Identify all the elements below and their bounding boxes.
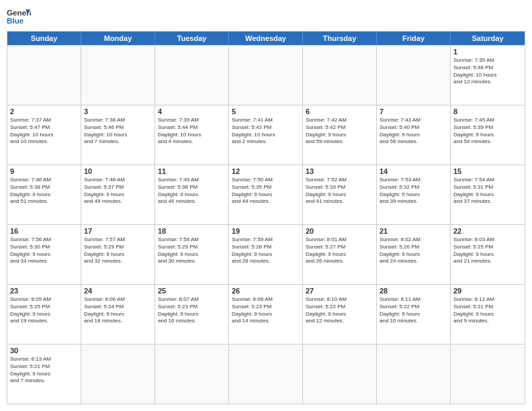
- calendar-cell: [303, 345, 377, 404]
- calendar-cell: 11Sunrise: 7:49 AM Sunset: 5:36 PM Dayli…: [155, 165, 229, 224]
- day-number: 22: [453, 227, 522, 235]
- cell-info: Sunrise: 7:58 AM Sunset: 5:29 PM Dayligh…: [158, 236, 226, 265]
- calendar-week-6: 30Sunrise: 8:13 AM Sunset: 5:21 PM Dayli…: [7, 344, 525, 404]
- day-number: 25: [158, 287, 226, 295]
- calendar-cell: [451, 345, 525, 404]
- calendar-cell: 29Sunrise: 8:12 AM Sunset: 5:21 PM Dayli…: [451, 285, 525, 344]
- calendar-cell: [303, 46, 377, 105]
- svg-text:Blue: Blue: [7, 16, 24, 25]
- cell-info: Sunrise: 7:53 AM Sunset: 5:32 PM Dayligh…: [380, 177, 447, 205]
- day-number: 2: [10, 107, 78, 116]
- calendar-cell: [229, 345, 303, 404]
- cell-info: Sunrise: 7:41 AM Sunset: 5:43 PM Dayligh…: [232, 117, 300, 146]
- calendar-cell: 4Sunrise: 7:39 AM Sunset: 5:44 PM Daylig…: [155, 105, 229, 165]
- calendar-cell: 19Sunrise: 7:59 AM Sunset: 5:28 PM Dayli…: [229, 225, 303, 284]
- cell-info: Sunrise: 7:50 AM Sunset: 5:35 PM Dayligh…: [232, 177, 300, 205]
- day-number: 11: [158, 167, 226, 175]
- calendar-header: SundayMondayTuesdayWednesdayThursdayFrid…: [7, 32, 525, 45]
- day-header-saturday: Saturday: [451, 32, 525, 45]
- cell-info: Sunrise: 8:13 AM Sunset: 5:21 PM Dayligh…: [10, 356, 78, 385]
- calendar-cell: 21Sunrise: 8:02 AM Sunset: 5:26 PM Dayli…: [377, 225, 451, 284]
- calendar-cell: [377, 345, 451, 404]
- day-number: 1: [453, 48, 522, 56]
- day-number: 8: [453, 107, 522, 116]
- calendar-cell: 17Sunrise: 7:57 AM Sunset: 5:29 PM Dayli…: [81, 225, 155, 284]
- day-number: 23: [10, 287, 78, 295]
- day-number: 15: [453, 167, 522, 175]
- calendar-cell: 26Sunrise: 8:08 AM Sunset: 5:23 PM Dayli…: [229, 285, 303, 344]
- calendar-cell: 9Sunrise: 7:46 AM Sunset: 5:38 PM Daylig…: [7, 165, 81, 224]
- day-header-thursday: Thursday: [303, 32, 377, 45]
- calendar-cell: [155, 46, 229, 105]
- day-number: 4: [158, 107, 226, 116]
- calendar: SundayMondayTuesdayWednesdayThursdayFrid…: [7, 31, 525, 404]
- calendar-week-1: 1Sunrise: 7:35 AM Sunset: 5:48 PM Daylig…: [7, 45, 525, 105]
- cell-info: Sunrise: 7:54 AM Sunset: 5:31 PM Dayligh…: [453, 177, 522, 205]
- cell-info: Sunrise: 7:35 AM Sunset: 5:48 PM Dayligh…: [453, 57, 522, 86]
- cell-info: Sunrise: 8:01 AM Sunset: 5:27 PM Dayligh…: [306, 236, 373, 265]
- calendar-cell: [81, 46, 155, 105]
- day-number: 6: [306, 107, 373, 116]
- calendar-cell: 27Sunrise: 8:10 AM Sunset: 5:22 PM Dayli…: [303, 285, 377, 344]
- calendar-cell: 16Sunrise: 7:56 AM Sunset: 5:30 PM Dayli…: [7, 225, 81, 284]
- calendar-cell: 3Sunrise: 7:38 AM Sunset: 5:46 PM Daylig…: [81, 105, 155, 165]
- day-number: 14: [380, 167, 447, 175]
- header: General Blue: [7, 7, 525, 26]
- cell-info: Sunrise: 8:06 AM Sunset: 5:24 PM Dayligh…: [84, 296, 152, 325]
- page: General Blue SundayMondayTuesdayWednesda…: [0, 0, 532, 411]
- cell-info: Sunrise: 8:10 AM Sunset: 5:22 PM Dayligh…: [306, 296, 373, 325]
- cell-info: Sunrise: 7:59 AM Sunset: 5:28 PM Dayligh…: [232, 236, 300, 265]
- calendar-cell: 20Sunrise: 8:01 AM Sunset: 5:27 PM Dayli…: [303, 225, 377, 284]
- day-header-friday: Friday: [377, 32, 451, 45]
- cell-info: Sunrise: 7:52 AM Sunset: 5:33 PM Dayligh…: [306, 177, 373, 205]
- calendar-body: 1Sunrise: 7:35 AM Sunset: 5:48 PM Daylig…: [7, 45, 525, 404]
- calendar-cell: 25Sunrise: 8:07 AM Sunset: 5:23 PM Dayli…: [155, 285, 229, 344]
- calendar-cell: 15Sunrise: 7:54 AM Sunset: 5:31 PM Dayli…: [451, 165, 525, 224]
- logo-icon: General Blue: [7, 7, 31, 26]
- cell-info: Sunrise: 7:46 AM Sunset: 5:38 PM Dayligh…: [10, 177, 78, 205]
- cell-info: Sunrise: 7:48 AM Sunset: 5:37 PM Dayligh…: [84, 177, 152, 205]
- calendar-cell: 8Sunrise: 7:45 AM Sunset: 5:39 PM Daylig…: [451, 105, 525, 165]
- cell-info: Sunrise: 8:11 AM Sunset: 5:22 PM Dayligh…: [380, 296, 447, 325]
- cell-info: Sunrise: 7:42 AM Sunset: 5:42 PM Dayligh…: [306, 117, 373, 146]
- cell-info: Sunrise: 8:08 AM Sunset: 5:23 PM Dayligh…: [232, 296, 300, 325]
- calendar-cell: 5Sunrise: 7:41 AM Sunset: 5:43 PM Daylig…: [229, 105, 303, 165]
- calendar-week-2: 2Sunrise: 7:37 AM Sunset: 5:47 PM Daylig…: [7, 105, 525, 165]
- cell-info: Sunrise: 7:38 AM Sunset: 5:46 PM Dayligh…: [84, 117, 152, 146]
- day-number: 29: [453, 287, 522, 295]
- cell-info: Sunrise: 7:45 AM Sunset: 5:39 PM Dayligh…: [453, 117, 522, 146]
- calendar-cell: [229, 46, 303, 105]
- calendar-cell: 13Sunrise: 7:52 AM Sunset: 5:33 PM Dayli…: [303, 165, 377, 224]
- calendar-week-4: 16Sunrise: 7:56 AM Sunset: 5:30 PM Dayli…: [7, 224, 525, 284]
- calendar-cell: 14Sunrise: 7:53 AM Sunset: 5:32 PM Dayli…: [377, 165, 451, 224]
- day-number: 27: [306, 287, 373, 295]
- day-number: 26: [232, 287, 300, 295]
- day-header-monday: Monday: [81, 32, 155, 45]
- calendar-cell: [81, 345, 155, 404]
- day-number: 21: [380, 227, 447, 235]
- calendar-cell: 22Sunrise: 8:03 AM Sunset: 5:25 PM Dayli…: [451, 225, 525, 284]
- day-number: 3: [84, 107, 152, 116]
- calendar-cell: 10Sunrise: 7:48 AM Sunset: 5:37 PM Dayli…: [81, 165, 155, 224]
- cell-info: Sunrise: 8:07 AM Sunset: 5:23 PM Dayligh…: [158, 296, 226, 325]
- day-number: 19: [232, 227, 300, 235]
- calendar-cell: 2Sunrise: 7:37 AM Sunset: 5:47 PM Daylig…: [7, 105, 81, 165]
- cell-info: Sunrise: 8:12 AM Sunset: 5:21 PM Dayligh…: [453, 296, 522, 325]
- calendar-cell: 7Sunrise: 7:43 AM Sunset: 5:40 PM Daylig…: [377, 105, 451, 165]
- cell-info: Sunrise: 8:03 AM Sunset: 5:25 PM Dayligh…: [453, 236, 522, 265]
- cell-info: Sunrise: 7:39 AM Sunset: 5:44 PM Dayligh…: [158, 117, 226, 146]
- day-number: 5: [232, 107, 300, 116]
- day-number: 13: [306, 167, 373, 175]
- cell-info: Sunrise: 7:37 AM Sunset: 5:47 PM Dayligh…: [10, 117, 78, 146]
- day-header-wednesday: Wednesday: [229, 32, 303, 45]
- day-header-sunday: Sunday: [7, 32, 81, 45]
- calendar-cell: 12Sunrise: 7:50 AM Sunset: 5:35 PM Dayli…: [229, 165, 303, 224]
- calendar-cell: [155, 345, 229, 404]
- day-number: 20: [306, 227, 373, 235]
- calendar-week-3: 9Sunrise: 7:46 AM Sunset: 5:38 PM Daylig…: [7, 165, 525, 224]
- calendar-cell: 23Sunrise: 8:05 AM Sunset: 5:25 PM Dayli…: [7, 285, 81, 344]
- day-number: 10: [84, 167, 152, 175]
- day-number: 12: [232, 167, 300, 175]
- cell-info: Sunrise: 7:49 AM Sunset: 5:36 PM Dayligh…: [158, 177, 226, 205]
- cell-info: Sunrise: 8:05 AM Sunset: 5:25 PM Dayligh…: [10, 296, 78, 325]
